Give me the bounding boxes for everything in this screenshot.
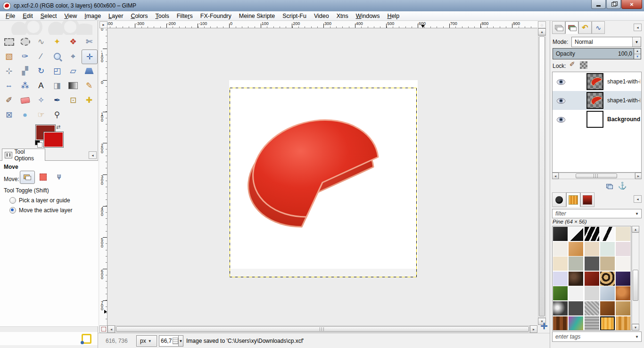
pattern-tile[interactable] xyxy=(553,316,568,331)
pattern-tile[interactable] xyxy=(600,316,615,331)
tool-perspective-clone[interactable]: ⊠ xyxy=(1,108,17,122)
pattern-tile[interactable] xyxy=(600,286,615,300)
radio-pick-layer[interactable] xyxy=(9,197,16,204)
tool-blur-sharpen[interactable]: ● xyxy=(17,108,33,122)
layer-name[interactable]: shape1-with-inne xyxy=(607,97,640,104)
tab-brushes[interactable] xyxy=(552,192,566,207)
pattern-tile[interactable] xyxy=(553,257,568,271)
pattern-tile[interactable] xyxy=(600,272,615,286)
pattern-tile[interactable] xyxy=(616,257,630,271)
tab-layers[interactable] xyxy=(565,21,578,34)
tool-paintbrush[interactable]: ✐ xyxy=(1,93,17,107)
menu-file[interactable]: File xyxy=(2,12,19,20)
zoom-spinner[interactable] xyxy=(173,338,178,344)
lock-pixels-icon[interactable]: ✐ xyxy=(570,60,575,68)
pattern-tile[interactable] xyxy=(585,316,599,331)
pattern-tile[interactable] xyxy=(616,227,630,241)
close-button[interactable]: ✕ xyxy=(621,0,642,9)
move-mode-path-button[interactable]: ⋔ xyxy=(52,171,66,183)
tool-cage-transform[interactable]: ⁂ xyxy=(17,79,33,92)
minimize-button[interactable] xyxy=(591,0,606,9)
scroll-right-button[interactable]: ▸ xyxy=(530,325,537,333)
vertical-scrollbar-thumb[interactable] xyxy=(539,36,545,316)
tool-move[interactable]: ✛ xyxy=(82,50,98,64)
restore-button[interactable] xyxy=(606,0,621,9)
pattern-tile[interactable] xyxy=(585,242,599,256)
pattern-tile[interactable] xyxy=(585,286,599,300)
menu-layer[interactable]: Layer xyxy=(105,12,127,20)
titlebar[interactable]: cp.xcf-2.0 (RGB color, 3 layers) 600x600… xyxy=(0,0,644,12)
zoom-follow-window-button[interactable]: ◌ xyxy=(538,21,546,28)
layer-name[interactable]: Background xyxy=(607,116,640,123)
pattern-tile[interactable] xyxy=(585,227,599,241)
tool-gradient[interactable] xyxy=(66,79,81,92)
tool-shear[interactable]: ▱ xyxy=(66,64,81,78)
menu-fx-foundry[interactable]: FX-Foundry xyxy=(197,12,235,20)
menu-windows[interactable]: Windows xyxy=(352,12,384,20)
snap-tool-icon[interactable] xyxy=(82,334,91,344)
menu-help[interactable]: Help xyxy=(383,12,403,20)
tool-ellipse-select[interactable] xyxy=(17,35,33,49)
scroll-up-button[interactable]: ▴ xyxy=(538,28,546,35)
pattern-tile[interactable] xyxy=(616,301,630,315)
horizontal-scrollbar[interactable] xyxy=(115,325,530,333)
opacity-spinner[interactable]: ▲▼ xyxy=(634,49,641,59)
tool-flip[interactable]: ⇔ xyxy=(1,79,17,92)
move-mode-layer-button[interactable] xyxy=(20,171,35,184)
tab-patterns[interactable] xyxy=(566,192,580,207)
menu-image[interactable]: Image xyxy=(81,12,105,20)
tool-eraser[interactable] xyxy=(17,93,33,107)
background-color-swatch[interactable] xyxy=(44,132,63,147)
tool-options-tab[interactable]: Tool Options xyxy=(2,149,45,161)
tool-paths[interactable]: ✑ xyxy=(17,50,33,63)
menu-script-fu[interactable]: Script-Fu xyxy=(279,12,310,20)
tool-rotate[interactable]: ↻ xyxy=(33,64,49,78)
pattern-tile[interactable] xyxy=(585,257,599,271)
pattern-tile[interactable] xyxy=(616,316,630,331)
pattern-tile[interactable] xyxy=(569,316,583,331)
menu-view[interactable]: View xyxy=(60,12,81,20)
tool-airbrush[interactable]: ✧ xyxy=(33,93,49,107)
pattern-filter-input[interactable]: filter ▼ xyxy=(552,209,642,218)
tool-rectangle-select[interactable] xyxy=(1,35,17,49)
unit-dropdown[interactable]: px▼ xyxy=(136,335,157,347)
layer-thumbnail[interactable] xyxy=(586,92,603,109)
navigation-cross-icon[interactable]: ✛ xyxy=(539,322,549,331)
menu-xtns[interactable]: Xtns xyxy=(333,12,352,20)
layer-list-scroll-right[interactable]: ▸ xyxy=(635,173,642,179)
pattern-tile[interactable] xyxy=(600,242,615,256)
layer-name[interactable]: shape1-with-inne xyxy=(607,78,640,85)
menu-meine-skripte[interactable]: Meine Skripte xyxy=(235,12,279,20)
layer-list-scrollbar[interactable] xyxy=(559,173,635,179)
tool-measure[interactable]: ⌖ xyxy=(66,50,81,63)
tab-undo-history[interactable]: ↶ xyxy=(578,21,592,34)
layer-row-background[interactable]: Background xyxy=(553,110,641,129)
tab-paths[interactable]: ∿ xyxy=(592,21,605,34)
anchor-layer-button[interactable]: ⚓ xyxy=(618,181,627,191)
tool-scissors-select[interactable]: ✄ xyxy=(82,35,97,49)
tool-pencil[interactable]: ✎ xyxy=(82,79,97,92)
pattern-tile[interactable] xyxy=(600,227,615,241)
radio-move-active-layer[interactable] xyxy=(9,207,16,214)
pattern-tile[interactable] xyxy=(553,286,568,300)
tool-ink[interactable]: ✒ xyxy=(50,93,65,107)
pattern-tile[interactable] xyxy=(600,257,615,271)
layers-collapse-button[interactable]: ◂ xyxy=(634,24,642,31)
pattern-tile[interactable] xyxy=(585,272,599,286)
horizontal-scrollbar-thumb[interactable] xyxy=(116,326,529,332)
tool-smudge[interactable]: ☞ xyxy=(33,108,49,122)
tool-select-by-color[interactable]: ❖ xyxy=(66,35,81,49)
layer-visibility-eye-icon[interactable] xyxy=(557,117,565,123)
pattern-tile[interactable] xyxy=(616,242,630,256)
canvas-viewport[interactable] xyxy=(107,28,537,325)
tool-scale[interactable]: ◰ xyxy=(50,64,65,78)
pattern-tile[interactable] xyxy=(553,227,568,241)
menu-tools[interactable]: Tools xyxy=(152,12,173,20)
lock-alpha-icon[interactable] xyxy=(580,61,587,69)
layer-row-shape1-with-inne[interactable]: shape1-with-inne xyxy=(553,91,641,110)
tool-heal[interactable]: ✚ xyxy=(82,93,97,107)
pattern-tile[interactable] xyxy=(569,286,583,300)
opacity-slider[interactable]: Opacity 100,0 ▲▼ xyxy=(553,48,641,59)
pattern-tile[interactable] xyxy=(569,242,583,256)
tool-free-select[interactable]: ∿ xyxy=(33,35,49,49)
